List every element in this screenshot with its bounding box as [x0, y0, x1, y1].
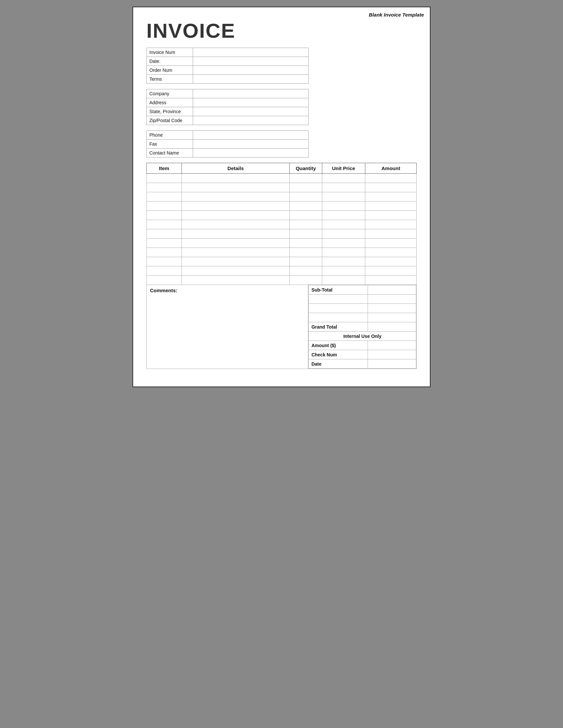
bottom-row-details[interactable] — [181, 276, 290, 285]
info1-value-2[interactable] — [193, 66, 308, 75]
item-cell-6[interactable] — [147, 229, 182, 239]
amount-cell-0[interactable] — [365, 174, 417, 183]
items-table: Item Details Quantity Unit Price Amount — [146, 163, 417, 285]
item-cell-0[interactable] — [147, 174, 182, 183]
comments-text[interactable] — [150, 293, 305, 340]
item-cell-3[interactable] — [147, 202, 182, 211]
col-header-details: Details — [181, 163, 290, 174]
amount-cell-4[interactable] — [365, 211, 417, 220]
info3-value-1[interactable] — [193, 140, 308, 149]
info3-row-0: Phone — [147, 131, 309, 140]
item-cell-8[interactable] — [147, 248, 182, 257]
amount-cell-10[interactable] — [365, 266, 417, 276]
amount-cell-9[interactable] — [365, 257, 417, 266]
info2-value-0[interactable] — [193, 89, 308, 98]
amount-cell-7[interactable] — [365, 239, 417, 248]
item-cell-10[interactable] — [147, 266, 182, 276]
date-value[interactable] — [368, 359, 416, 369]
item-cell-4[interactable] — [147, 211, 182, 220]
bottom-row-amount[interactable] — [365, 276, 417, 285]
extra-value-2[interactable] — [368, 304, 416, 313]
details-cell-9[interactable] — [181, 257, 290, 266]
bottom-row-unit[interactable] — [322, 276, 365, 285]
grand-total-value[interactable] — [368, 322, 416, 332]
unit-cell-1[interactable] — [322, 183, 365, 192]
details-cell-3[interactable] — [181, 202, 290, 211]
amount-cell-6[interactable] — [365, 229, 417, 239]
details-cell-4[interactable] — [181, 211, 290, 220]
item-cell-1[interactable] — [147, 183, 182, 192]
amount-cell-3[interactable] — [365, 202, 417, 211]
details-cell-0[interactable] — [181, 174, 290, 183]
subtotal-row: Sub-Total — [309, 285, 416, 295]
info1-value-1[interactable] — [193, 57, 308, 66]
unit-cell-5[interactable] — [322, 220, 365, 229]
item-cell-7[interactable] — [147, 239, 182, 248]
qty-cell-1[interactable] — [290, 183, 322, 192]
details-cell-1[interactable] — [181, 183, 290, 192]
info3-value-0[interactable] — [193, 131, 308, 140]
check-num-value[interactable] — [368, 350, 416, 359]
extra-row-3 — [309, 313, 416, 322]
bottom-row-item[interactable] — [147, 276, 182, 285]
info1-value-3[interactable] — [193, 75, 308, 84]
details-cell-10[interactable] — [181, 266, 290, 276]
qty-cell-8[interactable] — [290, 248, 322, 257]
unit-cell-0[interactable] — [322, 174, 365, 183]
details-cell-5[interactable] — [181, 220, 290, 229]
unit-cell-8[interactable] — [322, 248, 365, 257]
info2-value-2[interactable] — [193, 107, 308, 116]
amount-value[interactable] — [368, 341, 416, 350]
info1-row-0: Invoice Num — [147, 48, 309, 57]
info2-label-1: Address — [147, 98, 193, 107]
date-label: Date — [309, 359, 368, 369]
item-cell-9[interactable] — [147, 257, 182, 266]
info1-value-0[interactable] — [193, 48, 308, 57]
amount-cell-1[interactable] — [365, 183, 417, 192]
unit-cell-9[interactable] — [322, 257, 365, 266]
extra-label-1 — [309, 295, 368, 304]
qty-cell-7[interactable] — [290, 239, 322, 248]
amount-cell-5[interactable] — [365, 220, 417, 229]
details-cell-2[interactable] — [181, 192, 290, 202]
invoice-page: Blank Invoice Template INVOICE Invoice N… — [132, 7, 431, 387]
qty-cell-4[interactable] — [290, 211, 322, 220]
qty-cell-6[interactable] — [290, 229, 322, 239]
item-cell-5[interactable] — [147, 220, 182, 229]
internal-use-label: Internal Use Only — [309, 332, 416, 341]
qty-cell-10[interactable] — [290, 266, 322, 276]
amount-label: Amount ($) — [309, 341, 368, 350]
extra-value-3[interactable] — [368, 313, 416, 322]
unit-cell-6[interactable] — [322, 229, 365, 239]
unit-cell-7[interactable] — [322, 239, 365, 248]
info3-value-2[interactable] — [193, 149, 308, 158]
qty-cell-0[interactable] — [290, 174, 322, 183]
info3-label-0: Phone — [147, 131, 193, 140]
details-cell-7[interactable] — [181, 239, 290, 248]
qty-cell-3[interactable] — [290, 202, 322, 211]
subtotal-value[interactable] — [368, 285, 416, 295]
extra-value-1[interactable] — [368, 295, 416, 304]
amount-cell-8[interactable] — [365, 248, 417, 257]
item-row-0 — [147, 174, 417, 183]
qty-cell-2[interactable] — [290, 192, 322, 202]
unit-cell-10[interactable] — [322, 266, 365, 276]
qty-cell-9[interactable] — [290, 257, 322, 266]
internal-use-header: Internal Use Only — [309, 332, 416, 341]
qty-cell-5[interactable] — [290, 220, 322, 229]
page-title: Blank Invoice Template — [369, 12, 424, 18]
details-cell-8[interactable] — [181, 248, 290, 257]
item-cell-2[interactable] — [147, 192, 182, 202]
extra-row-2 — [309, 304, 416, 313]
info2-value-1[interactable] — [193, 98, 308, 107]
unit-cell-4[interactable] — [322, 211, 365, 220]
unit-cell-3[interactable] — [322, 202, 365, 211]
amount-cell-2[interactable] — [365, 192, 417, 202]
bottom-row-qty[interactable] — [290, 276, 322, 285]
col-header-item: Item — [147, 163, 182, 174]
details-cell-6[interactable] — [181, 229, 290, 239]
info1-label-1: Date: — [147, 57, 193, 66]
info2-value-3[interactable] — [193, 116, 308, 125]
check-num-label: Check Num — [309, 350, 368, 359]
unit-cell-2[interactable] — [322, 192, 365, 202]
